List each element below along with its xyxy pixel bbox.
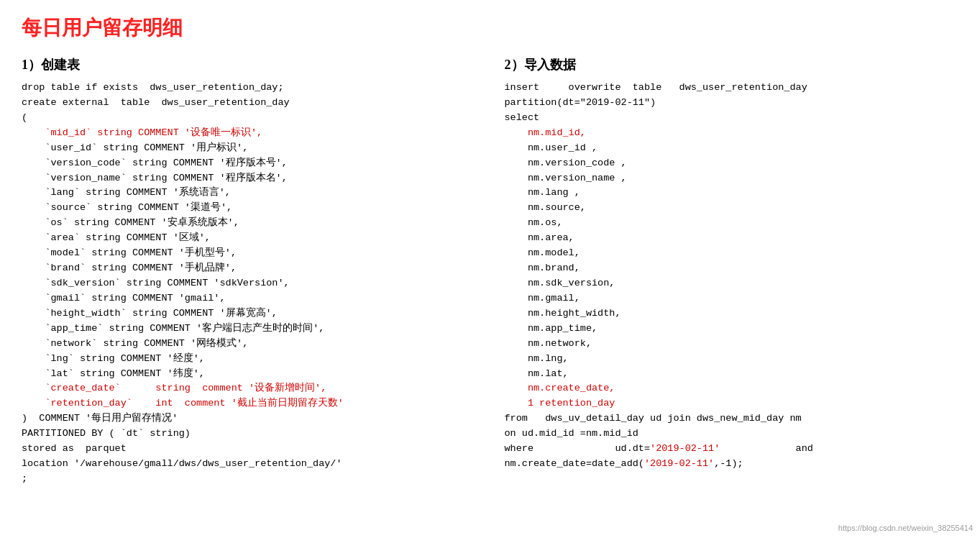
section2-code: insert overwrite table dws_user_retentio… bbox=[505, 81, 959, 472]
section1-title: 1）创建表 bbox=[22, 56, 476, 73]
right-column: 2）导入数据 insert overwrite table dws_user_r… bbox=[505, 56, 959, 472]
section1-code: drop table if exists dws_user_retention_… bbox=[22, 81, 476, 487]
page-title: 每日用户留存明细 bbox=[22, 14, 958, 42]
left-column: 1）创建表 drop table if exists dws_user_rete… bbox=[22, 56, 476, 487]
section2-title: 2）导入数据 bbox=[505, 56, 959, 73]
